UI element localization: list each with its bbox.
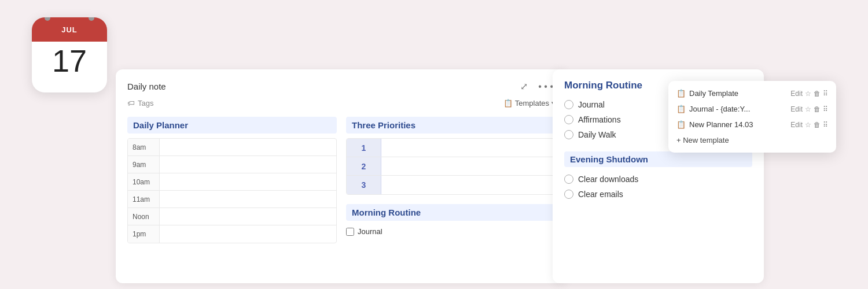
right-check-clear-emails: Clear emails	[564, 187, 752, 202]
note-top-bar: Daily note ⤢ • • •	[127, 80, 556, 93]
dropdown-item-new-planner[interactable]: 📋 New Planner 14.03 Edit ☆ 🗑 ⠿	[668, 117, 836, 132]
daily-planner-section: Daily Planner 8am 9am 10am 11am	[127, 117, 337, 271]
time-grid: 8am 9am 10am 11am Noon	[127, 138, 337, 243]
note-panel: Daily note ⤢ • • • 🏷 Tags 📋 Templates ▾ …	[116, 69, 567, 283]
drag-icon-2: ⠿	[823, 105, 828, 113]
right-label-clear-downloads: Clear downloads	[578, 175, 638, 184]
circle-check-affirmations[interactable]	[564, 115, 573, 124]
dropdown-item-journal[interactable]: 📋 Journal - {date:Y... Edit ☆ 🗑 ⠿	[668, 101, 836, 117]
template-name-2: Journal - {date:Y...	[689, 105, 787, 113]
drag-icon-3: ⠿	[823, 121, 828, 129]
circle-check-journal[interactable]	[564, 100, 573, 109]
edit-button-3[interactable]: Edit	[790, 121, 803, 129]
right-label-clear-emails: Clear emails	[578, 190, 623, 199]
dots-icon: • • •	[538, 81, 553, 91]
new-template-row[interactable]: + New template	[668, 132, 836, 148]
template-file-icon-3: 📋	[676, 120, 686, 129]
right-label-journal: Journal	[578, 100, 605, 109]
time-content-noon[interactable]	[160, 208, 336, 225]
trash-icon-1[interactable]: 🗑	[814, 90, 821, 98]
template-actions-1: Edit ☆ 🗑 ⠿	[790, 90, 828, 98]
trash-icon-2[interactable]: 🗑	[814, 105, 821, 113]
calendar-month-header: JUL	[32, 17, 107, 42]
circle-check-clear-emails[interactable]	[564, 190, 573, 199]
templates-dropdown: 📋 Daily Template Edit ☆ 🗑 ⠿ 📋 Journal - …	[668, 81, 836, 153]
priorities-header: Three Priorities	[346, 117, 556, 134]
expand-button[interactable]: ⤢	[518, 80, 530, 93]
priority-num-3: 3	[347, 176, 381, 194]
time-content-10am[interactable]	[160, 173, 336, 190]
template-name-1: Daily Template	[689, 89, 787, 98]
edit-button-2[interactable]: Edit	[790, 105, 803, 113]
circle-check-daily-walk[interactable]	[564, 130, 573, 139]
template-actions-3: Edit ☆ 🗑 ⠿	[790, 121, 828, 129]
star-icon-3[interactable]: ☆	[805, 121, 811, 129]
evening-section-title: Evening Shutdown	[564, 151, 752, 167]
time-9am: 9am	[128, 156, 160, 173]
priority-grid: 1 2 3	[346, 138, 556, 195]
time-content-1pm[interactable]	[160, 225, 336, 243]
time-noon: Noon	[128, 208, 160, 225]
time-row: 8am	[128, 139, 336, 156]
calendar-day: 17	[52, 45, 87, 76]
time-11am: 11am	[128, 191, 160, 208]
time-content-9am[interactable]	[160, 156, 336, 173]
time-content-8am[interactable]	[160, 139, 336, 155]
priority-content-1[interactable]	[381, 139, 555, 157]
priority-row-2: 2	[347, 157, 555, 176]
drag-icon-1: ⠿	[823, 90, 828, 98]
templates-button[interactable]: 📋 Templates ▾	[503, 99, 556, 108]
time-row: Noon	[128, 208, 336, 225]
morning-checklist: Journal	[346, 225, 556, 238]
calendar-month: JUL	[61, 25, 78, 34]
right-label-daily-walk: Daily Walk	[578, 130, 616, 139]
time-row: 9am	[128, 156, 336, 173]
template-actions-2: Edit ☆ 🗑 ⠿	[790, 105, 828, 113]
time-content-11am[interactable]	[160, 191, 336, 208]
tags-row: 🏷 Tags 📋 Templates ▾	[127, 99, 556, 108]
circle-check-clear-downloads[interactable]	[564, 175, 573, 184]
priority-content-2[interactable]	[381, 157, 555, 175]
template-icon: 📋	[503, 99, 513, 108]
priorities-section: Three Priorities 1 2 3	[346, 117, 556, 195]
calendar-icon: JUL 17	[32, 17, 107, 92]
check-label-journal: Journal	[358, 227, 382, 236]
priority-num-2: 2	[347, 157, 381, 175]
priority-content-3[interactable]	[381, 176, 555, 194]
evening-section: Evening Shutdown Clear downloads Clear e…	[564, 151, 752, 202]
time-10am: 10am	[128, 173, 160, 190]
right-check-clear-downloads: Clear downloads	[564, 172, 752, 187]
time-row: 10am	[128, 173, 336, 191]
tag-icon: 🏷	[127, 99, 135, 108]
daily-planner-header: Daily Planner	[127, 117, 337, 134]
template-name-3: New Planner 14.03	[689, 120, 787, 129]
star-icon-2[interactable]: ☆	[805, 105, 811, 113]
time-row: 1pm	[128, 225, 336, 243]
tags-label: Tags	[138, 99, 153, 108]
time-1pm: 1pm	[128, 225, 160, 243]
edit-button-1[interactable]: Edit	[790, 90, 803, 98]
priority-row-3: 3	[347, 176, 555, 194]
priority-num-1: 1	[347, 139, 381, 157]
right-column: Three Priorities 1 2 3	[346, 117, 556, 271]
new-template-label: + New template	[676, 136, 729, 144]
note-content: Daily Planner 8am 9am 10am 11am	[127, 117, 556, 271]
note-title: Daily note	[127, 81, 166, 91]
checkbox-journal[interactable]	[346, 228, 354, 236]
priority-row-1: 1	[347, 139, 555, 157]
dropdown-item-daily-template[interactable]: 📋 Daily Template Edit ☆ 🗑 ⠿	[668, 86, 836, 101]
time-row: 11am	[128, 191, 336, 208]
template-file-icon-1: 📋	[676, 89, 686, 98]
morning-routine-section: Morning Routine Journal	[346, 204, 556, 238]
expand-icon: ⤢	[520, 81, 528, 91]
trash-icon-3[interactable]: 🗑	[814, 121, 821, 129]
check-item-journal: Journal	[346, 225, 556, 238]
time-8am: 8am	[128, 139, 160, 155]
template-file-icon-2: 📋	[676, 105, 686, 113]
star-icon-1[interactable]: ☆	[805, 90, 811, 98]
right-label-affirmations: Affirmations	[578, 115, 621, 124]
morning-routine-header: Morning Routine	[346, 204, 556, 221]
note-toolbar: ⤢ • • •	[518, 80, 556, 93]
templates-label: Templates	[515, 99, 549, 108]
